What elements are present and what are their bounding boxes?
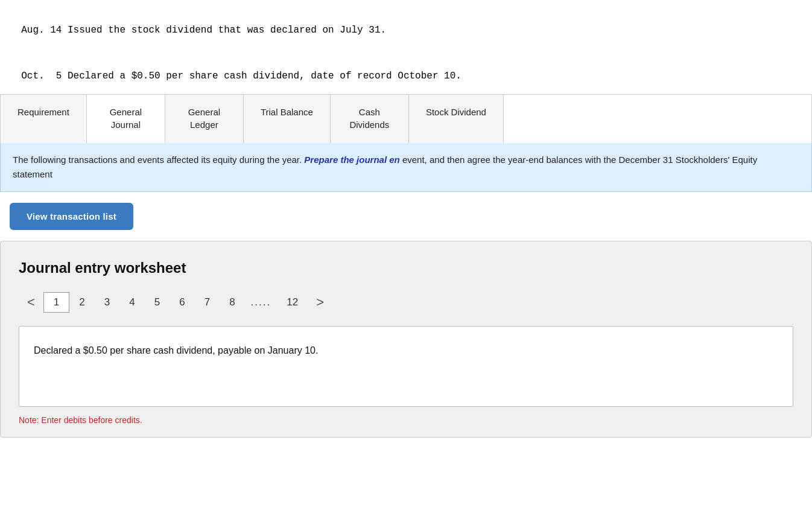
view-transaction-list-button[interactable]: View transaction list [10, 203, 133, 230]
info-bold-italic: Prepare the journal en [304, 155, 399, 165]
page-1-button[interactable]: 1 [43, 292, 69, 313]
top-line-2: Oct. 5 Declared a $0.50 per share cash d… [21, 71, 462, 81]
page-6-button[interactable]: 6 [170, 293, 194, 312]
page-3-button[interactable]: 3 [95, 293, 119, 312]
page-4-button[interactable]: 4 [119, 293, 144, 312]
tab-cash-dividends[interactable]: CashDividends [331, 95, 409, 143]
page-prev-button[interactable]: < [19, 291, 43, 314]
tabs-bar: Requirement GeneralJournal GeneralLedger… [0, 94, 812, 143]
page-7-button[interactable]: 7 [195, 293, 220, 312]
tab-stock-dividend[interactable]: Stock Dividend [409, 95, 504, 143]
tab-general-ledger[interactable]: GeneralLedger [165, 95, 244, 143]
page-5-button[interactable]: 5 [145, 293, 170, 312]
worksheet-title: Journal entry worksheet [19, 260, 793, 276]
tab-trial-balance[interactable]: Trial Balance [244, 95, 331, 143]
top-text-block: Aug. 14 Issued the stock dividend that w… [0, 0, 812, 94]
page-12-button[interactable]: 12 [277, 293, 308, 312]
page-next-button[interactable]: > [308, 291, 332, 314]
page-2-button[interactable]: 2 [69, 293, 94, 312]
worksheet-container: Journal entry worksheet < 1 2 3 4 5 6 7 … [0, 241, 812, 438]
tab-requirement[interactable]: Requirement [1, 95, 87, 143]
info-text-before: The following transactions and events af… [13, 155, 304, 165]
tab-general-journal[interactable]: GeneralJournal [87, 95, 165, 143]
entry-text: Declared a $0.50 per share cash dividend… [34, 345, 318, 356]
info-bar: The following transactions and events af… [0, 143, 812, 192]
page-dots: ..... [245, 293, 278, 312]
top-line-1: Aug. 14 Issued the stock dividend that w… [21, 25, 386, 36]
pagination: < 1 2 3 4 5 6 7 8 ..... 12 > [19, 291, 793, 314]
page-8-button[interactable]: 8 [220, 293, 244, 312]
note-text: Note: Enter debits before credits. [19, 415, 793, 425]
entry-box: Declared a $0.50 per share cash dividend… [19, 326, 793, 407]
